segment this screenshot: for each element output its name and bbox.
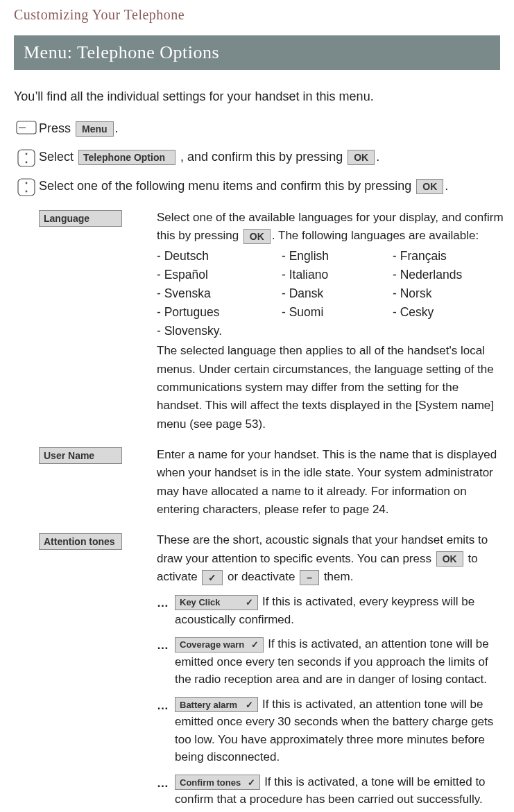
menu-key: Menu bbox=[76, 121, 114, 137]
lang-item: - Dansk bbox=[282, 284, 393, 303]
lang-item: - Norsk bbox=[393, 284, 504, 303]
user-name-text: Enter a name for your handset. This is t… bbox=[157, 446, 500, 519]
intro-text: You’ll find all the individual settings … bbox=[14, 89, 500, 104]
manual-page: Customizing Your Telephone Menu: Telepho… bbox=[0, 0, 514, 812]
check-key: ✓ bbox=[202, 570, 223, 585]
svg-point-7 bbox=[26, 191, 28, 193]
ellipsis-icon: … bbox=[157, 773, 175, 793]
sub-key-click: … Key Click ✓ If this is activated, ever… bbox=[157, 593, 500, 628]
sub-confirm-tones: … Confirm tones ✓ If this is activated, … bbox=[157, 773, 500, 809]
ok-key-4: OK bbox=[436, 551, 463, 567]
svg-point-4 bbox=[26, 162, 28, 164]
press-dot: . bbox=[115, 121, 119, 135]
lang-item: - Svenska bbox=[157, 284, 282, 303]
coverage-warn-box: Coverage warn ✓ bbox=[175, 637, 264, 653]
attention-label-box: Attention tones bbox=[39, 533, 122, 550]
step-select-item: Select one of the following menu items a… bbox=[14, 177, 500, 196]
lang-item: - English bbox=[282, 247, 393, 266]
svg-point-6 bbox=[26, 182, 28, 184]
svg-rect-5 bbox=[18, 179, 35, 196]
lang-item: - Cesky bbox=[393, 303, 504, 322]
lang-item: - Suomi bbox=[282, 303, 393, 322]
d-key-icon bbox=[14, 119, 39, 135]
step-select-option: Select Telephone Option , and confirm th… bbox=[14, 148, 500, 167]
lang-item: - Slovensky. bbox=[157, 322, 282, 340]
ok-key-3: OK bbox=[243, 229, 271, 244]
check-icon: ✓ bbox=[248, 778, 255, 787]
ok-key-2: OK bbox=[416, 179, 443, 194]
select-pre: Select bbox=[39, 150, 74, 164]
lang-item: - Portugues bbox=[157, 303, 282, 322]
dpad-icon bbox=[14, 148, 39, 167]
lang-item: - Deutsch bbox=[157, 247, 282, 266]
page-heading: Customizing Your Telephone bbox=[14, 7, 500, 23]
key-click-box: Key Click ✓ bbox=[175, 595, 258, 610]
battery-alarm-box: Battery alarm ✓ bbox=[175, 697, 258, 712]
ellipsis-icon: … bbox=[157, 593, 175, 612]
sub-coverage-warn: … Coverage warn ✓ If this is activated, … bbox=[157, 635, 500, 689]
svg-point-3 bbox=[26, 153, 28, 155]
press-label: Press bbox=[39, 121, 71, 135]
telephone-option-key: Telephone Option bbox=[78, 150, 175, 165]
ok-key: OK bbox=[348, 150, 375, 165]
lang-item: - Italiano bbox=[282, 266, 393, 284]
svg-rect-2 bbox=[18, 150, 35, 166]
select-post: . bbox=[376, 150, 379, 164]
sub-battery-alarm: … Battery alarm ✓ If this is activated, … bbox=[157, 696, 500, 766]
confirm-tones-box: Confirm tones ✓ bbox=[175, 775, 260, 790]
option-attention-tones: Attention tones These are the short, aco… bbox=[39, 531, 500, 812]
language-note: The selected language then applies to al… bbox=[157, 342, 504, 433]
select2-pre: Select one of the following menu items a… bbox=[39, 179, 415, 193]
attention-mid2: or deactivate bbox=[228, 570, 295, 583]
lang-item: - Français bbox=[393, 247, 504, 266]
lang-item: - Español bbox=[157, 266, 282, 284]
check-icon: ✓ bbox=[246, 700, 253, 709]
step-press-menu: Press Menu. bbox=[14, 119, 500, 138]
ellipsis-icon: … bbox=[157, 635, 175, 655]
dash-key: – bbox=[300, 570, 319, 585]
attention-post: them. bbox=[324, 570, 354, 583]
user-name-label-box: User Name bbox=[39, 447, 122, 464]
language-list: - Deutsch - English - Français - Español… bbox=[157, 247, 504, 341]
select-mid: , and confirm this by pressing bbox=[180, 150, 343, 164]
ellipsis-icon: … bbox=[157, 696, 175, 715]
option-language: Language Select one of the available lan… bbox=[39, 209, 500, 433]
lang-item: - Nederlands bbox=[393, 266, 504, 284]
section-title: Menu: Telephone Options bbox=[14, 35, 500, 70]
check-icon: ✓ bbox=[246, 598, 253, 607]
select2-post: . bbox=[445, 179, 448, 193]
check-icon: ✓ bbox=[251, 640, 259, 649]
option-user-name: User Name Enter a name for your handset.… bbox=[39, 446, 500, 519]
language-label-box: Language bbox=[39, 210, 122, 227]
language-text-post: . The following languages are available: bbox=[272, 229, 479, 242]
dpad-icon-2 bbox=[14, 177, 39, 196]
